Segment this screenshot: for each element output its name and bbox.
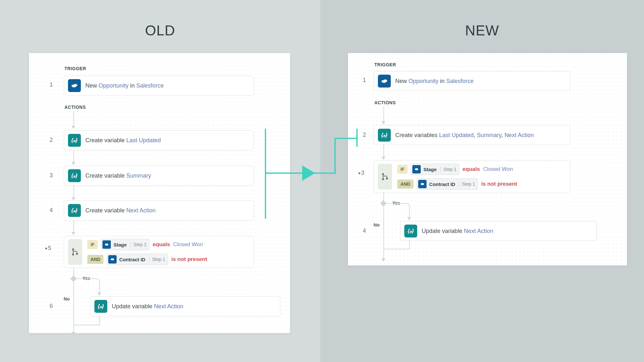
salesforce-icon [412,165,421,173]
step-number: 4 [50,207,53,214]
salesforce-icon [378,75,391,88]
update-variable-card[interactable]: {𝓍} Update variable Next Action [400,221,597,241]
step-number: 6 [50,303,53,310]
no-label: No [64,296,70,302]
step-number: 3 [50,172,53,179]
branch-icon [68,239,82,265]
trigger-card[interactable]: New Opportunity in Salesforce [374,71,570,91]
salesforce-icon [68,79,81,92]
new-canvas: TRIGGER 1 New Opportunity in Salesforce … [348,53,627,265]
svg-point-10 [383,81,386,83]
create-variable-card[interactable]: {𝓍} Create variable Summary [64,166,254,186]
chevron-down-icon: ▾ [358,171,360,176]
step-number: 1 [50,81,53,88]
step-number[interactable]: ▾5 [45,245,51,252]
field-chip[interactable]: Contract ID Step 1 [107,254,168,265]
card-text: Create variable Next Action [85,207,156,214]
variable-icon: {𝓍} [68,134,81,147]
card-text: Update variable Next Action [112,303,183,310]
step-number[interactable]: ▾3 [358,170,364,176]
and-tag: AND [87,255,103,264]
create-variable-card[interactable]: {𝓍} Create variable Next Action [64,200,254,220]
update-variable-card[interactable]: {𝓍} Update variable Next Action [90,296,280,316]
variable-icon: {𝓍} [68,169,81,182]
old-column: OLD TRIGGER 1 New Opportunity in Salesfo… [0,0,320,362]
salesforce-icon [108,255,117,264]
step-number: 2 [50,137,53,144]
new-title: NEW [320,23,644,39]
trigger-label: TRIGGER [374,62,396,67]
svg-point-2 [73,85,76,88]
svg-point-6 [105,244,109,246]
condition-row: AND Contract ID Step 1 is not present [397,178,517,190]
chevron-down-icon: ▾ [45,246,47,251]
actions-label: ACTIONS [64,105,86,110]
step-number: 4 [363,227,366,234]
variable-icon: {𝓍} [404,225,417,237]
old-canvas: TRIGGER 1 New Opportunity in Salesforce … [29,53,290,333]
trigger-label: TRIGGER [64,66,86,71]
variable-icon: {𝓍} [94,300,107,313]
svg-point-7 [111,258,114,261]
condition-card[interactable]: IF Stage Step 1 equals Closed Won AND Co… [374,161,570,193]
if-tag: IF [397,165,408,174]
card-text: Update variable Next Action [422,228,493,235]
svg-point-14 [415,168,418,171]
field-chip[interactable]: Stage Step 1 [411,163,459,175]
create-variables-card[interactable]: {𝓍} Create variables Last Updated, Summa… [374,125,570,145]
condition-row: IF Stage Step 1 equals Closed Won [87,239,207,250]
card-text: Create variable Summary [85,172,151,179]
create-variable-card[interactable]: {𝓍} Create variable Last Updated [64,130,254,150]
if-tag: IF [87,240,98,249]
svg-point-15 [421,183,424,185]
condition-row: IF Stage Step 1 equals Closed Won [397,163,517,175]
and-tag: AND [397,180,413,189]
card-text: Create variables Last Updated, Summary, … [395,132,534,139]
trigger-text: New Opportunity in Salesforce [85,82,164,89]
new-column: NEW TRIGGER 1 New Opportunity in Salesfo… [320,0,644,362]
old-title: OLD [0,23,320,39]
no-label: No [374,222,380,227]
field-chip[interactable]: Stage Step 1 [101,239,149,250]
variable-icon: {𝓍} [378,129,391,142]
field-chip[interactable]: Contract ID Step 1 [417,178,478,190]
card-text: Create variable Last Updated [85,137,161,144]
trigger-text: New Opportunity in Salesforce [395,78,474,85]
actions-label: ACTIONS [374,100,396,105]
step-number: 2 [363,132,366,138]
trigger-card[interactable]: New Opportunity in Salesforce [64,76,254,96]
step-number: 1 [363,77,366,84]
branch-icon [378,164,392,190]
variable-icon: {𝓍} [68,204,81,217]
salesforce-icon [418,180,427,188]
condition-row: AND Contract ID Step 1 is not present [87,254,207,265]
condition-card[interactable]: IF Stage Step 1 equals Closed Won AND Co… [64,236,254,268]
salesforce-icon [102,240,111,249]
